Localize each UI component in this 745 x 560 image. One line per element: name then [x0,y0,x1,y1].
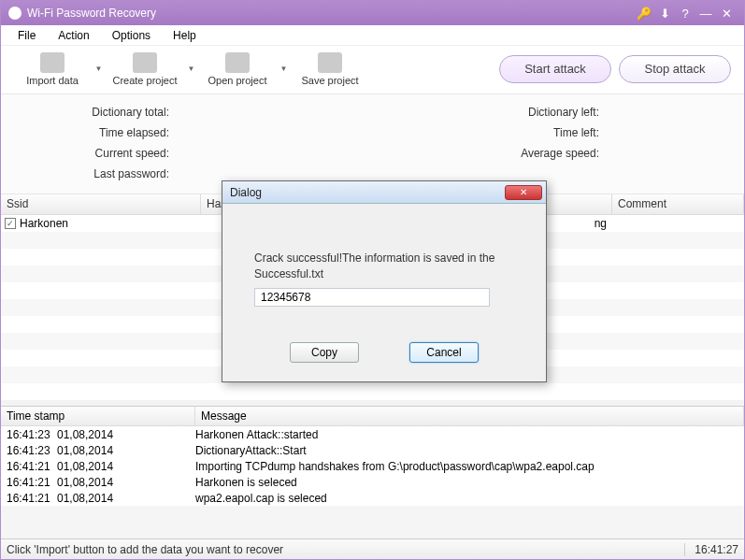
log-row[interactable]: 16:41:2101,08,2014Importing TCPdump hand… [1,458,744,474]
create-project-button[interactable]: Create project [110,48,179,91]
log-message: Importing TCPdump handshakes from G:\pro… [195,460,744,473]
chevron-down-icon[interactable]: ▼ [94,65,103,73]
key-icon[interactable]: 🔑 [634,7,654,21]
chevron-down-icon[interactable]: ▼ [187,65,195,73]
result-dialog: Dialog ✕ Crack successful!The informatio… [222,180,547,382]
log-date: 01,08,2014 [57,444,195,457]
menu-bar: File Action Options Help [1,25,744,46]
log-time: 16:41:21 [1,492,57,505]
col-timestamp[interactable]: Time stamp [1,407,195,425]
log-date: 01,08,2014 [57,476,195,489]
col-ssid[interactable]: Ssid [1,194,201,214]
minimize-button[interactable]: — [695,7,716,21]
cancel-button[interactable]: Cancel [409,342,479,363]
window-title: Wi-Fi Password Recovery [27,7,634,20]
log-time: 16:41:23 [1,428,57,441]
log-body: 16:41:2301,08,2014Harkonen Attack::start… [1,426,744,506]
time-left-label: Time left: [487,126,599,139]
avg-speed-label: Average speed: [487,147,599,160]
create-icon [133,52,157,73]
log-time: 16:41:21 [1,476,57,489]
dialog-title: Dialog [230,186,505,199]
save-project-button[interactable]: Save project [295,48,365,91]
log-message: Harkonen is seleced [195,476,744,489]
import-data-button[interactable]: Import data [18,48,87,91]
ssid-value: Harkonen [20,217,68,230]
save-label: Save project [301,75,358,86]
help-icon[interactable]: ? [675,7,695,21]
log-row[interactable]: 16:41:2301,08,2014DictionaryAttack::Star… [1,442,744,458]
stats-panel: Dictionary total: Dictionary left: Time … [1,94,744,194]
toolbar: Import data ▼ Create project ▼ Open proj… [1,46,744,94]
log-time: 16:41:21 [1,460,57,473]
copy-button[interactable]: Copy [290,342,359,363]
time-elapsed-label: Time elapsed: [38,126,169,139]
result-input[interactable] [254,288,490,307]
open-icon [225,52,250,73]
status-hint: Click 'Import' button to add the data yo… [7,543,684,556]
log-date: 01,08,2014 [57,492,195,505]
app-logo-icon [8,7,21,20]
col-comment[interactable]: Comment [612,194,744,214]
start-attack-button[interactable]: Start attack [499,55,611,83]
status-clock: 16:41:27 [684,543,738,556]
log-header: Time stamp Message [1,406,744,426]
log-row[interactable]: 16:41:2301,08,2014Harkonen Attack::start… [1,426,744,442]
dict-total-label: Dictionary total: [38,106,169,119]
log-message: wpa2.eapol.cap is seleced [195,492,744,505]
log-row[interactable]: 16:41:2101,08,2014wpa2.eapol.cap is sele… [1,490,744,506]
dialog-message: Crack successful!The information is save… [254,251,514,282]
row-checkbox[interactable]: ✓ [5,218,16,229]
menu-action[interactable]: Action [58,29,89,42]
open-label: Open project [208,75,267,86]
title-bar: Wi-Fi Password Recovery 🔑 ⬇ ? — ✕ [1,1,744,25]
import-icon [40,52,64,73]
menu-help[interactable]: Help [173,29,196,42]
log-message: Harkonen Attack::started [195,428,744,441]
log-message: DictionaryAttack::Start [195,444,744,457]
log-row[interactable]: 16:41:2101,08,2014Harkonen is seleced [1,474,744,490]
menu-file[interactable]: File [18,29,36,42]
status-bar: Click 'Import' button to add the data yo… [1,538,744,559]
download-icon[interactable]: ⬇ [654,7,675,21]
save-icon [318,52,342,73]
menu-options[interactable]: Options [112,29,150,42]
col-message[interactable]: Message [195,407,744,425]
dialog-close-button[interactable]: ✕ [505,185,542,200]
chevron-down-icon[interactable]: ▼ [279,65,288,73]
open-project-button[interactable]: Open project [203,48,272,91]
log-date: 01,08,2014 [57,460,195,473]
dialog-titlebar[interactable]: Dialog ✕ [222,181,546,204]
last-password-label: Last password: [38,167,169,180]
log-time: 16:41:23 [1,444,57,457]
close-button[interactable]: ✕ [716,7,737,21]
create-label: Create project [112,75,177,86]
stop-attack-button[interactable]: Stop attack [619,55,731,83]
log-date: 01,08,2014 [57,428,195,441]
import-label: Import data [26,75,79,86]
dict-left-label: Dictionary left: [487,106,599,119]
current-speed-label: Current speed: [38,147,169,160]
